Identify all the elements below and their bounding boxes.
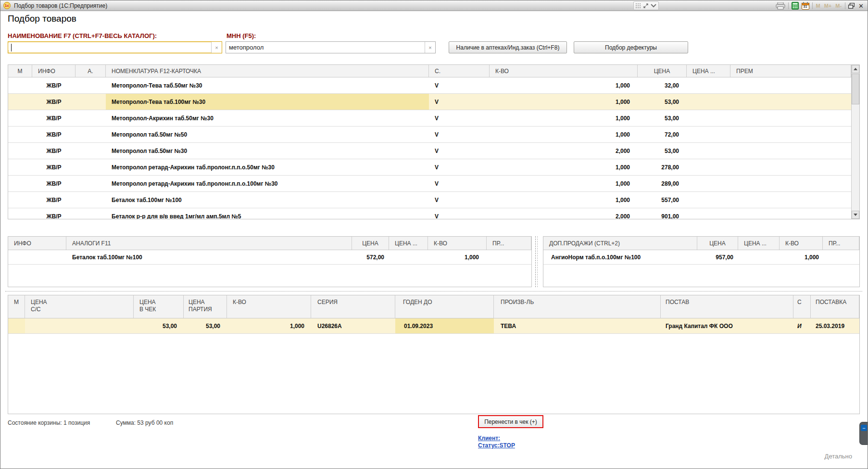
name-search-field-box: × — [8, 41, 222, 53]
restore-window-icon[interactable] — [848, 3, 855, 9]
price-cell: 53,00 — [638, 143, 687, 159]
expand-window-icon[interactable] — [643, 3, 649, 9]
mnn-input[interactable] — [226, 42, 425, 53]
col-expiry: ГОДЕН ДО — [395, 295, 494, 318]
upsell-row[interactable]: АнгиоНорм таб.п.о.100мг №100 957,00 1,00… — [543, 250, 859, 265]
mnn-label: МНН (F5): — [226, 32, 256, 39]
price-cell: 72,00 — [638, 127, 687, 142]
basket-status: Состояние корзины: 1 позиция — [8, 419, 90, 426]
nomenclature-cell: Метопролол таб.50мг №50 — [106, 127, 429, 142]
table-row[interactable]: ЖВ/Р Метопролол таб.50мг №50 V 1,000 72,… — [8, 127, 851, 143]
info-cell: ЖВ/Р — [32, 110, 75, 126]
scroll-up-button[interactable] — [852, 65, 859, 73]
horizontal-splitter[interactable] — [5, 291, 862, 292]
table-row[interactable]: ЖВ/Р Метопролол-Тева таб.50мг №30 V 1,00… — [8, 77, 851, 94]
qty-cell: 1,000 — [490, 110, 638, 126]
col-qty: К-ВО — [780, 237, 823, 250]
supplier-cell: Гранд Капитал ФК ООО — [661, 318, 793, 333]
chevron-down-icon[interactable] — [651, 4, 656, 8]
nomenclature-cell: Беталок р-р для в/в введ 1мг/мл амп.5мл … — [106, 208, 429, 219]
availability-button[interactable]: Наличие в аптеках/Инд.заказ (Ctrl+F8) — [449, 41, 567, 53]
close-icon[interactable]: ✕ — [857, 2, 865, 10]
qty-cell: 2,000 — [490, 208, 638, 219]
s-cell: V — [429, 127, 490, 142]
status-link[interactable]: Статус:STOP — [478, 442, 515, 449]
price-cell: 53,00 — [638, 94, 687, 110]
delivery-cell: 25.03.2019 — [811, 318, 859, 333]
col-price2: ЦЕНА ... — [389, 237, 428, 250]
detail-toggle[interactable]: Детально — [825, 453, 852, 460]
col-producer: ПРОИЗВ-ЛЬ — [494, 295, 661, 318]
transfer-to-check-button[interactable]: Перенести в чек (+) — [478, 415, 543, 428]
vertical-splitter[interactable] — [535, 236, 538, 287]
col-price: ЦЕНА — [638, 65, 687, 77]
col-price2: ЦЕНА ... — [687, 65, 730, 77]
nomenclature-cell: Метопролол таб.50мг №30 — [106, 143, 429, 159]
grid-dots-icon[interactable] — [636, 3, 641, 9]
nomenclature-table: М ИНФО А. НОМЕНКЛАТУРА F12-КАРТОЧКА С. К… — [8, 64, 860, 219]
col-delivery: ПОСТАВКА — [811, 295, 859, 318]
memory-recall-button[interactable]: М — [816, 3, 821, 9]
col-pr: ПР... — [823, 237, 859, 250]
col-pr: ПР... — [487, 237, 531, 250]
info-cell: ЖВ/Р — [32, 159, 75, 175]
name-search-input[interactable] — [8, 43, 99, 50]
table-row[interactable]: ЖВ/Р Беталок таб.100мг №100 V 1,000 557,… — [8, 192, 851, 208]
producer-cell: ТЕВА — [494, 318, 661, 333]
table-row[interactable]: ЖВ/Р Метопролол-Акрихин таб.50мг №30 V 1… — [8, 110, 851, 127]
upsell-header-row: ДОП.ПРОДАЖИ (CTRL+2) ЦЕНА ЦЕНА ... К-ВО … — [543, 237, 859, 250]
s-cell: V — [429, 143, 490, 159]
app-window: 1с Подбор товаров (1С:Предприятие) — [0, 0, 868, 469]
clear-mnn-icon[interactable]: × — [425, 42, 435, 53]
scrollbar-thumb[interactable] — [852, 74, 859, 104]
analog-row[interactable]: Беталок таб.100мг №100 572,00 1,000 — [8, 250, 531, 265]
qty-cell: 1,000 — [490, 192, 638, 208]
col-series: СЕРИЯ — [311, 295, 395, 318]
calendar-icon[interactable]: 31 — [802, 2, 809, 10]
price-check-cell: 53,00 — [134, 318, 184, 333]
calendar-day: 31 — [802, 5, 809, 8]
nomenclature-cell: Беталок таб.100мг №100 — [106, 192, 429, 208]
col-price-cost: ЦЕНА С/С — [25, 295, 134, 318]
table-row-selected[interactable]: ЖВ/Р Метопролол-Тева таб.100мг №30 V 1,0… — [8, 94, 851, 110]
s-cell: V — [429, 110, 490, 126]
col-name: НОМЕНКЛАТУРА F12-КАРТОЧКА — [106, 65, 429, 77]
analogs-header-row: ИНФО АНАЛОГИ F11 ЦЕНА ЦЕНА ... К-ВО ПР..… — [8, 237, 531, 250]
sum-status: Сумма: 53 руб 00 коп — [116, 419, 173, 426]
s-cell: V — [429, 208, 490, 219]
client-link[interactable]: Клиент: — [478, 435, 500, 442]
qty-cell: 1,000 — [490, 127, 638, 142]
print-icon[interactable] — [776, 2, 785, 10]
1c-logo-icon: 1с — [3, 2, 11, 9]
col-upsell: ДОП.ПРОДАЖИ (CTRL+2) — [543, 237, 697, 250]
defect-selection-button[interactable]: Подбор дефектуры — [574, 41, 688, 53]
batch-row-selected[interactable]: 53,00 53,00 1,000 U26826A 01.09.2023 ТЕВ… — [8, 318, 859, 334]
col-qty: К-ВО — [490, 65, 638, 77]
info-cell: ЖВ/Р — [32, 208, 75, 219]
col-price: ЦЕНА — [697, 237, 738, 250]
col-a: А. — [75, 65, 106, 77]
qty-cell: 1,000 — [490, 94, 638, 110]
table-row[interactable]: ЖВ/Р Метопролол ретард-Акрихин таб.проло… — [8, 176, 851, 192]
clear-name-icon[interactable]: × — [211, 42, 222, 53]
batch-table: М ЦЕНА С/С ЦЕНА В ЧЕК ЦЕНА ПАРТИЯ К-ВО С… — [8, 295, 860, 414]
col-m: М — [8, 65, 32, 77]
qty-cell: 1,000 — [490, 159, 638, 175]
table-row[interactable]: ЖВ/Р Метопролол таб.50мг №30 V 2,000 53,… — [8, 143, 851, 159]
table-row[interactable]: ЖВ/Р Беталок р-р для в/в введ 1мг/мл амп… — [8, 208, 851, 219]
memory-plus-button[interactable]: М+ — [824, 3, 832, 9]
analog-name-cell: Беталок таб.100мг №100 — [66, 250, 352, 264]
info-cell: ЖВ/Р — [32, 143, 75, 159]
price-cell: 957,00 — [697, 250, 738, 264]
col-s: С. — [429, 65, 490, 77]
price-cell: 32,00 — [638, 77, 687, 93]
info-cell: ЖВ/Р — [32, 127, 75, 142]
calculator-icon[interactable] — [792, 2, 799, 10]
batch-header-row: М ЦЕНА С/С ЦЕНА В ЧЕК ЦЕНА ПАРТИЯ К-ВО С… — [8, 295, 859, 318]
titlebar-buttons: 31 М М+ М- ✕ — [776, 0, 865, 11]
scroll-down-button[interactable] — [852, 211, 859, 219]
memory-minus-button[interactable]: М- — [835, 3, 842, 9]
remote-control-tab[interactable]: ↔ — [859, 422, 868, 445]
vertical-scrollbar[interactable] — [851, 65, 859, 219]
table-row[interactable]: ЖВ/Р Метопролол ретард-Акрихин таб.проло… — [8, 159, 851, 176]
